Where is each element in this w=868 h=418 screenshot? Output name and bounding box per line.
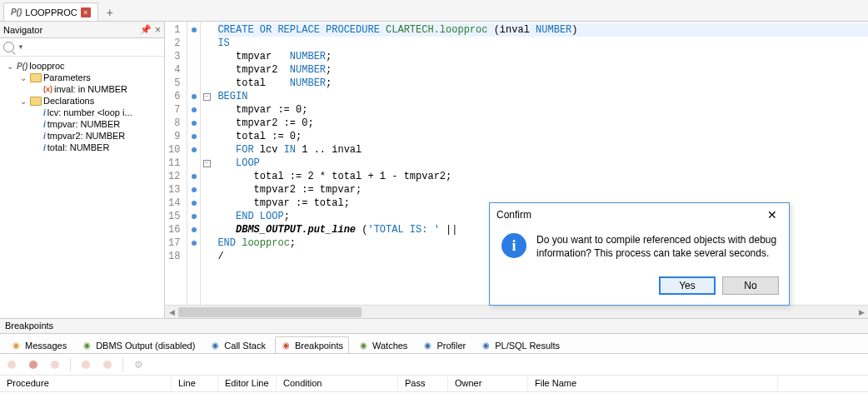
chevron-down-icon[interactable]: ▼ [17,43,24,51]
column-header[interactable]: Editor Line [218,376,277,391]
close-icon[interactable]: ✕ [762,207,782,223]
navigator-title: Navigator [3,25,42,35]
expander-icon[interactable]: ⌄ [18,73,28,82]
settings-button[interactable]: ⚙ [132,358,145,371]
tree-node-parameters[interactable]: ⌄ Parameters [0,72,164,83]
fold-toggle-icon[interactable]: − [203,160,211,167]
bottom-tab[interactable]: ◉Call Stack [204,336,272,353]
tree-node-var[interactable]: i tmpvar: NUMBER [0,118,164,130]
breakpoint-marker-icon[interactable] [192,174,197,179]
tree-node-var[interactable]: i lcv: number <loop i... [0,107,164,118]
bottom-tab[interactable]: ◉PL/SQL Results [475,336,566,353]
breakpoint-marker-icon[interactable] [192,147,197,152]
fold-gutter[interactable]: −− [201,22,212,305]
tree-node-label: total: NUMBER [47,142,110,152]
scrollbar-thumb[interactable] [178,307,362,317]
navigator-panel: Navigator 📌 × ▼ ⌄ P() loopproc ⌄ Paramet… [0,22,165,318]
bottom-tab-label: PL/SQL Results [495,341,560,351]
bottom-tab[interactable]: ◉Breakpoints [275,336,349,353]
dialog-message: Do you want to compile referenced object… [536,233,777,260]
no-button[interactable]: No [722,276,779,295]
tree-node-label: Parameters [43,72,91,82]
search-icon[interactable] [3,42,14,52]
breakpoints-table-header: ProcedureLineEditor LineConditionPassOwn… [0,376,868,392]
breakpoint-marker-icon[interactable] [192,201,197,206]
scroll-right-icon[interactable]: ▶ [855,306,868,319]
confirm-dialog: Confirm ✕ i Do you want to compile refer… [489,202,790,306]
procedure-icon: P() [17,62,27,71]
toolbar-divider [122,358,123,371]
bottom-tab[interactable]: ◉DBMS Output (disabled) [76,336,201,353]
breakpoint-marker-icon[interactable] [192,187,197,192]
breakpoint-marker-icon[interactable] [192,94,197,99]
breakpoints-table-body [0,392,868,411]
bottom-tab-label: Breakpoints [295,341,343,351]
breakpoints-title: Breakpoints [0,319,868,334]
tree-node-var[interactable]: i total: NUMBER [0,142,164,153]
bottom-tab-label: DBMS Output (disabled) [96,341,195,351]
i-watch-icon: ◉ [358,340,369,351]
tree-node-label: inval: in NUMBER [54,84,127,94]
column-header[interactable]: Owner [448,376,528,391]
enable-all-button[interactable] [79,358,92,371]
bottom-tab[interactable]: ◉Messages [5,336,72,353]
fold-toggle-icon[interactable]: − [203,93,211,101]
info-icon: i [501,233,526,258]
variable-icon: i [43,120,46,129]
horizontal-scrollbar[interactable]: ◀ ▶ [165,305,868,318]
i-bp-icon: ◉ [281,340,292,351]
folder-icon [30,97,42,106]
column-header[interactable]: File Name [528,376,778,391]
bottom-tab[interactable]: ◉Watches [352,336,413,353]
disable-all-button[interactable] [101,358,114,371]
variable-icon: i [43,143,46,152]
line-number-gutter[interactable]: 123456789101112131415161718 [165,22,187,305]
breakpoint-marker-icon[interactable] [192,107,197,112]
column-header[interactable]: Procedure [0,376,172,391]
tree-node-root[interactable]: ⌄ P() loopproc [0,60,164,72]
folder-icon [30,73,42,82]
breakpoint-marker-icon[interactable] [192,241,197,246]
column-header[interactable]: Line [172,376,218,391]
navigator-header: Navigator 📌 × [0,22,164,38]
column-header[interactable]: Condition [277,376,398,391]
dialog-titlebar[interactable]: Confirm ✕ [490,203,789,226]
breakpoint-marker-icon[interactable] [192,121,197,126]
tree-node-label: tmpvar: NUMBER [47,119,120,129]
remove-breakpoint-button[interactable] [27,358,40,371]
pin-icon[interactable]: 📌 [140,24,152,35]
i-out-icon: ◉ [82,340,92,351]
variable-icon: i [43,108,46,117]
navigator-tree: ⌄ P() loopproc ⌄ Parameters (x) inval: i… [0,57,164,318]
disable-breakpoint-button[interactable] [48,358,62,371]
bottom-tab[interactable]: ◉Profiler [417,336,471,353]
scroll-left-icon[interactable]: ◀ [165,306,178,319]
i-prof-icon: ◉ [422,340,433,351]
new-tab-button[interactable]: + [100,4,120,21]
expander-icon[interactable]: ⌄ [18,97,28,106]
expander-icon[interactable]: ⌄ [5,62,15,71]
bottom-tab-label: Call Stack [224,341,266,351]
tree-node-declarations[interactable]: ⌄ Declarations [0,95,164,107]
i-stack-icon: ◉ [210,340,221,351]
tree-node-var[interactable]: i tmpvar2: NUMBER [0,130,164,142]
navigator-toolbar: ▼ [0,38,164,57]
breakpoint-marker-icon[interactable] [192,227,197,232]
marker-gutter[interactable] [187,22,201,305]
procedure-icon: P() [11,7,22,17]
breakpoint-marker-icon[interactable] [192,134,197,139]
add-breakpoint-button[interactable] [5,358,18,371]
param-icon: (x) [43,85,52,93]
close-icon[interactable]: × [155,24,161,36]
tree-node-param[interactable]: (x) inval: in NUMBER [0,83,164,95]
bottom-tab-label: Messages [25,341,67,351]
yes-button[interactable]: Yes [659,276,716,295]
column-header[interactable]: Pass [398,376,448,391]
file-tab-bar: P() LOOPPROC × + [0,0,868,22]
i-sql-icon: ◉ [481,340,491,351]
file-tab-loopproc[interactable]: P() LOOPPROC × [3,2,98,21]
dialog-title-text: Confirm [496,209,531,221]
close-icon[interactable]: × [81,7,91,17]
breakpoint-marker-icon[interactable] [192,214,197,219]
breakpoint-marker-icon[interactable] [192,27,197,32]
